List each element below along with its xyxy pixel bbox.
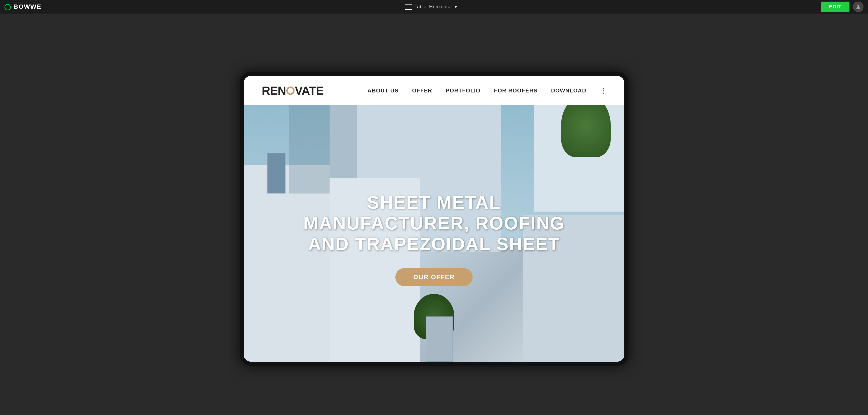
logo-part1: REN xyxy=(262,84,286,97)
nav-about-us[interactable]: ABOUT US xyxy=(368,88,399,94)
logo-part2: VATE xyxy=(295,84,323,97)
edit-button[interactable]: EDIT xyxy=(821,2,849,12)
hero-content: SHEET METAL MANUFACTURER, ROOFING AND TR… xyxy=(298,192,569,286)
toolbar-right: EDIT xyxy=(821,2,864,12)
chevron-down-icon[interactable]: ▼ xyxy=(454,4,458,9)
tablet-frame: SHEET METAL MANUFACTURER, ROOFING AND TR… xyxy=(240,72,628,366)
toolbar: BOWWE Tablet Horizontal ▼ EDIT xyxy=(0,0,868,13)
hero-section: SHEET METAL MANUFACTURER, ROOFING AND TR… xyxy=(244,76,624,362)
svg-point-0 xyxy=(857,5,859,7)
logo-o: O xyxy=(286,84,295,97)
logo-text: BOWWE xyxy=(13,3,41,10)
bowwe-logo: BOWWE xyxy=(4,3,41,10)
tablet-icon xyxy=(405,4,412,10)
avatar[interactable] xyxy=(853,2,864,12)
main-area: SHEET METAL MANUFACTURER, ROOFING AND TR… xyxy=(0,0,868,415)
device-label: Tablet Horizontal xyxy=(414,4,452,10)
nav-download[interactable]: DOWNLOAD xyxy=(551,88,586,94)
hero-cta-button[interactable]: OUR OFFER xyxy=(395,268,473,286)
site-nav: RENOVATE ABOUT US OFFER PORTFOLIO FOR RO… xyxy=(244,76,624,105)
nav-more-icon[interactable]: ⋮ xyxy=(600,87,606,94)
hero-title-line1: SHEET METAL MANUFACTURER, ROOFING xyxy=(303,192,565,233)
door-element xyxy=(426,316,453,362)
window-element xyxy=(268,153,285,193)
nav-for-roofers[interactable]: FOR ROOFERS xyxy=(494,88,538,94)
nav-offer[interactable]: OFFER xyxy=(412,88,432,94)
hero-title-line2: AND TRAPEZOIDAL SHEET xyxy=(308,234,560,254)
website-preview: SHEET METAL MANUFACTURER, ROOFING AND TR… xyxy=(244,76,624,362)
toolbar-left: BOWWE xyxy=(4,3,41,10)
site-logo: RENOVATE xyxy=(262,84,323,97)
nav-links: ABOUT US OFFER PORTFOLIO FOR ROOFERS DOW… xyxy=(368,87,606,94)
nav-portfolio[interactable]: PORTFOLIO xyxy=(446,88,480,94)
logo-icon xyxy=(4,4,11,10)
toolbar-center: Tablet Horizontal ▼ xyxy=(405,4,458,10)
hero-title: SHEET METAL MANUFACTURER, ROOFING AND TR… xyxy=(298,192,569,255)
